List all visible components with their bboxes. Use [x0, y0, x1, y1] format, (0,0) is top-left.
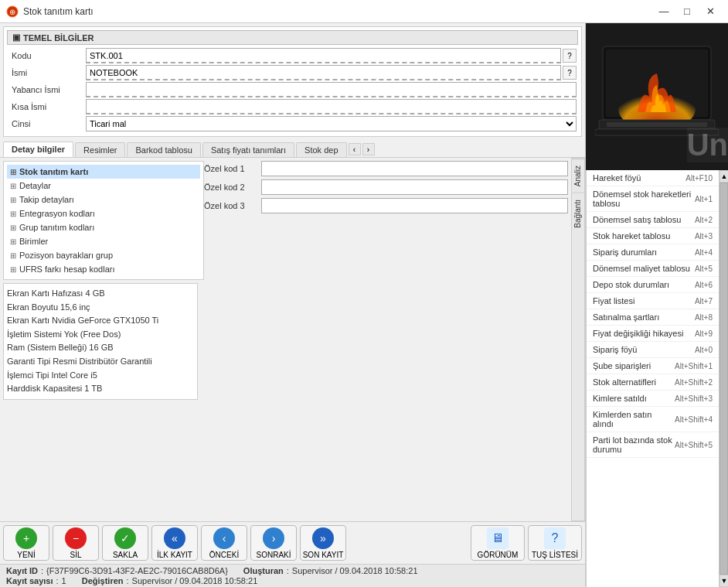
- close-button[interactable]: ✕: [699, 0, 722, 23]
- btn-yeni-label: YENİ: [17, 551, 35, 559]
- tree-item-stok-tanitim-karti[interactable]: ⊞ Stok tanıtım kartı: [7, 165, 200, 179]
- sakla-icon: ✓: [114, 527, 136, 549]
- tab-resimler[interactable]: Resimler: [75, 142, 125, 157]
- btn-sil[interactable]: − SİL: [53, 525, 99, 561]
- code-input-3[interactable]: [261, 198, 568, 213]
- scrollbar-down[interactable]: ▼: [719, 575, 728, 587]
- label-kodu: Kodu: [9, 51, 86, 60]
- detail-line-8: Harddisk Kapasitesi 1 TB: [7, 382, 194, 396]
- code-row-3: Özel kod 3: [204, 198, 568, 213]
- menu-sube-siparisleri[interactable]: Şube siparişleri Alt+Shift+1: [587, 358, 719, 374]
- side-tabs: Analiz Bağlantı: [571, 158, 585, 521]
- field-kodu: Kodu ?: [7, 48, 578, 63]
- input-wrap-yabanci-ismi: [86, 82, 577, 97]
- input-wrap-kisa-ismi: [86, 99, 577, 114]
- menu-shortcut-sube: Alt+Shift+1: [675, 362, 713, 370]
- menu-shortcut-donemsel-satis: Alt+2: [695, 216, 713, 224]
- btn-onceki[interactable]: ‹ ÖNCEKİ: [201, 525, 247, 561]
- label-yabanci-ismi: Yabancı İsmi: [9, 85, 86, 94]
- menu-kimlere-satildi[interactable]: Kimlere satıldı Alt+Shift+3: [587, 391, 719, 407]
- menu-donemsel-maliyet[interactable]: Dönemsel maliyet tablosu Alt+5: [587, 261, 719, 277]
- menu-satinalma-sartlari[interactable]: Satınalma şartları Alt+8: [587, 309, 719, 326]
- scrollbar-thumb[interactable]: [719, 183, 728, 575]
- tree-panel: ⊞ Stok tanıtım kartı ⊞ Detaylar ⊞ Takip …: [3, 161, 204, 280]
- select-cinsi[interactable]: Ticari mal: [86, 116, 577, 131]
- tree-item-birimler[interactable]: ⊞ Birimler: [7, 234, 200, 248]
- menu-shortcut-depo-stok: Alt+6: [695, 281, 713, 289]
- tree-label-ufrs: UFRS farkı hesap kodları: [19, 264, 115, 274]
- code-input-1[interactable]: [261, 161, 568, 176]
- section-title: TEMEL BİLGİLER: [23, 33, 94, 43]
- menu-depo-stok[interactable]: Depo stok durumları Alt+6: [587, 277, 719, 293]
- side-tab-analiz[interactable]: Analiz: [572, 159, 584, 193]
- btn-sakla[interactable]: ✓ SAKLA: [102, 525, 148, 561]
- tree-label-grup: Grup tanıtım kodları: [19, 223, 94, 232]
- main-container: ▣ TEMEL BİLGİLER Kodu ? İsmi ?: [0, 23, 728, 587]
- tree-item-ufrs[interactable]: ⊞ UFRS farkı hesap kodları: [7, 262, 200, 276]
- bottom-toolbar: + YENİ − SİL ✓ SAKLA « İLK KAYIT ‹ ÖNCEK…: [0, 521, 585, 564]
- tree-item-entegrasyon-kodlari[interactable]: ⊞ Entegrasyon kodları: [7, 206, 200, 220]
- input-ismi[interactable]: [86, 65, 561, 80]
- tab-satis-fiyati[interactable]: Satış fiyatı tanımları: [202, 142, 294, 157]
- menu-parti-lot[interactable]: Parti lot bazında stok durumu Alt+Shift+…: [587, 432, 719, 458]
- menu-hareket-foyu[interactable]: Hareket föyü Alt+F10: [587, 170, 719, 186]
- input-kodu[interactable]: [86, 48, 561, 63]
- btn-sonraki[interactable]: › SONRAKİ: [250, 525, 297, 561]
- btn-son-kayit[interactable]: » SON KAYIT: [300, 525, 346, 561]
- input-wrap-cinsi: Ticari mal: [86, 116, 577, 131]
- label-ismi: İsmi: [9, 68, 86, 77]
- menu-siparis-durum[interactable]: Sipariş durumları Alt+4: [587, 244, 719, 261]
- input-kisa-ismi[interactable]: [86, 99, 577, 114]
- tab-arrow-right[interactable]: ›: [362, 143, 375, 155]
- tab-stok-dep[interactable]: Stok dep: [296, 142, 346, 157]
- tree-item-detaylar[interactable]: ⊞ Detaylar: [7, 179, 200, 193]
- scrollbar-up[interactable]: ▲: [719, 170, 728, 183]
- menu-stok-alternatifleri[interactable]: Stok alternatifleri Alt+Shift+2: [587, 374, 719, 391]
- expand-icon: ⊞: [10, 265, 16, 274]
- menu-donemsel-satis[interactable]: Dönemsel satış tablosu Alt+2: [587, 212, 719, 228]
- menu-label-kimlere: Kimlere satıldı: [593, 394, 675, 403]
- menu-shortcut-stok-alt: Alt+Shift+2: [675, 378, 713, 387]
- btn-ilk-kayit[interactable]: « İLK KAYIT: [151, 525, 198, 561]
- code-input-2[interactable]: [261, 179, 568, 195]
- tree-item-pozisyon[interactable]: ⊞ Pozisyon bayrakları grup: [7, 248, 200, 262]
- tree-label-birimler: Birimler: [19, 237, 48, 246]
- question-btn-ismi[interactable]: ?: [563, 66, 577, 80]
- menu-kimlerden[interactable]: Kimlerden satın alındı Alt+Shift+4: [587, 407, 719, 432]
- maximize-button[interactable]: □: [675, 0, 699, 23]
- status-bar: Kayıt ID : {F37F99C6-3D91-43F2-AE2C-7901…: [0, 564, 585, 587]
- tree-item-takip-detaylari[interactable]: ⊞ Takip detayları: [7, 193, 200, 206]
- kayit-sayisi-value: 1: [62, 576, 66, 585]
- menu-siparis-foyu[interactable]: Sipariş föyü Alt+0: [587, 342, 719, 358]
- tab-detay-bilgiler[interactable]: Detay bilgiler: [3, 142, 73, 157]
- btn-tus-listesi[interactable]: ? TUŞ LİSTESİ: [528, 525, 582, 561]
- tree-item-grup-tanitim[interactable]: ⊞ Grup tanıtım kodları: [7, 220, 200, 234]
- btn-yeni[interactable]: + YENİ: [3, 525, 49, 561]
- right-menu-scrollbar[interactable]: ▲ ▼: [719, 170, 728, 587]
- minimize-button[interactable]: —: [652, 0, 675, 23]
- menu-label-donemsel-stok: Dönemsel stok hareketleri tablosu: [593, 189, 695, 208]
- detail-line-4: İşletim Sistemi Yok (Free Dos): [7, 328, 194, 342]
- olusturan-label: Oluşturan: [243, 566, 284, 575]
- menu-label-siparis-foyu: Sipariş föyü: [593, 345, 695, 354]
- tree-label-takip: Takip detayları: [19, 195, 74, 204]
- field-cinsi: Cinsi Ticari mal: [7, 116, 578, 131]
- code-label-1: Özel kod 1: [204, 164, 258, 173]
- section-collapse-icon[interactable]: ▣: [12, 32, 20, 43]
- tab-barkod-tablosu[interactable]: Barkod tablosu: [127, 142, 200, 157]
- menu-donemsel-stok[interactable]: Dönemsel stok hareketleri tablosu Alt+1: [587, 186, 719, 212]
- input-yabanci-ismi[interactable]: [86, 82, 577, 97]
- side-tab-baglanti[interactable]: Bağlantı: [572, 193, 584, 234]
- degistiren-colon: :: [127, 576, 129, 585]
- menu-label-stok-hareket: Stok hareket tablosu: [593, 231, 695, 241]
- tab-arrow-left[interactable]: ‹: [349, 143, 361, 155]
- menu-fiyat-listesi[interactable]: Fiyat listesi Alt+7: [587, 293, 719, 309]
- btn-gorunum[interactable]: 🖥 GÖRÜNÜM: [471, 525, 525, 561]
- menu-shortcut-donemsel-maliyet: Alt+5: [695, 264, 713, 273]
- menu-shortcut-kimlerden: Alt+Shift+4: [675, 415, 713, 424]
- svg-text:⊕: ⊕: [9, 8, 15, 16]
- menu-stok-hareket[interactable]: Stok hareket tablosu Alt+3: [587, 228, 719, 244]
- question-btn-kodu[interactable]: ?: [563, 49, 577, 63]
- menu-fiyat-degisikligi[interactable]: Fiyat değişikliği hikayesi Alt+9: [587, 326, 719, 342]
- tree-label-stok: Stok tanıtım kartı: [19, 167, 88, 176]
